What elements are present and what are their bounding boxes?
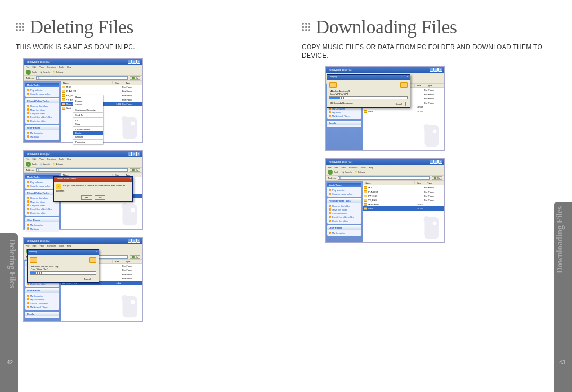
menubar[interactable]: File Edit View Favorites Tools Help: [24, 65, 142, 69]
folder-icon: [30, 257, 37, 263]
screenshot-delete-context: Removable Disk (G:) _□× File Edit View F…: [23, 58, 143, 143]
warning-icon: !: [56, 184, 61, 189]
folder-icon: [89, 257, 96, 263]
dialog-title: Deleting...×: [28, 250, 99, 255]
dialog-title: Copying...×: [327, 75, 410, 80]
window-buttons[interactable]: _□×: [128, 60, 140, 64]
side-tab-label-left: Deleting Files: [7, 239, 17, 288]
heading-text-left: Deleting Files: [30, 16, 133, 38]
dialog-title: Confirm Folder Delete×: [54, 177, 132, 182]
screenshots-right: Removable Disk (G:)_□× FileEditViewFavor…: [325, 66, 556, 243]
watermark-icon: [117, 114, 141, 141]
side-tab-label-right: Downloading Files: [555, 206, 565, 274]
file-tasks: File and Folder Tasks Rename this folder…: [25, 98, 59, 124]
subheading-left: THIS WORK IS SAME AS DONE IN PC.: [16, 43, 270, 52]
no-button[interactable]: No: [95, 195, 105, 200]
cancel-button[interactable]: Cancel: [81, 277, 94, 281]
screenshot-deleting-progress: Removable Disk (G:)_□× FileEditViewFavor…: [23, 237, 143, 322]
screenshot-download-result: Removable Disk (G:)_□× FileEditViewFavor…: [325, 158, 445, 243]
page-number-left: 42: [7, 360, 13, 366]
heading-right: Downloading Files: [302, 16, 556, 38]
file-row[interactable]: MISCFile Folder: [61, 85, 142, 89]
screenshots-left: Removable Disk (G:) _□× File Edit View F…: [23, 58, 270, 322]
subheading-right: COPY MUSIC FILES OR DATA FROM PC FOLDER …: [302, 43, 556, 60]
page-number-right: 43: [559, 360, 565, 366]
music-tasks: Music Tasks Play selection Shop for musi…: [25, 83, 59, 97]
right-page: Downloading Files COPY MUSIC FILES OR DA…: [286, 0, 572, 392]
address-bar: Address G:\ Go: [24, 76, 142, 81]
go-button[interactable]: Go: [130, 76, 140, 80]
window-titlebar: Removable Disk (G:) _□×: [24, 59, 142, 65]
dots-icon: [302, 23, 310, 31]
yes-button[interactable]: Yes: [81, 195, 92, 200]
list-header[interactable]: Name Size Type: [61, 81, 142, 85]
context-menu[interactable]: Open Explore Search... Sharing and Secur…: [73, 95, 103, 144]
task-pane: Music Tasks Play selection Shop for musi…: [24, 81, 61, 142]
folder-icon: [329, 82, 337, 88]
other-places: Other Places My Computer My Music: [25, 125, 59, 140]
dialog-message: Are you sure you want to remove the fold…: [56, 184, 125, 192]
address-input[interactable]: G:\: [36, 76, 128, 80]
file-list: Name Size Type MISCFile Folder PLAYLISTF…: [61, 81, 142, 142]
screenshot-copying: Removable Disk (G:)_□× FileEditViewFavor…: [325, 66, 445, 151]
close-icon[interactable]: ×: [130, 177, 131, 181]
progress-bar: [329, 96, 408, 99]
progress-bar: [30, 271, 96, 275]
close-icon[interactable]: ×: [407, 75, 408, 79]
copying-dialog: Copying...× Absolute Music.mp3 from 'MP3…: [327, 74, 410, 108]
cancel-button[interactable]: Cancel: [392, 102, 406, 106]
file-row[interactable]: PLAYLISTFile Folder: [61, 89, 142, 94]
left-page: Deleting Files THIS WORK IS SAME AS DONE…: [0, 0, 286, 392]
close-icon[interactable]: ×: [96, 250, 97, 254]
confirm-dialog: Confirm Folder Delete× !Are you sure you…: [53, 176, 133, 202]
deleting-dialog: Deleting...× File Form 'Pictures of Yo..…: [27, 249, 99, 283]
dots-icon: [16, 23, 24, 31]
screenshot-delete-confirm: Removable Disk (G:)_□× FileEditViewFavor…: [23, 150, 143, 230]
toolbar[interactable]: ←Back 🔍 Search 📁 Folders: [24, 69, 142, 76]
heading-text-right: Downloading Files: [316, 16, 457, 38]
heading-left: Deleting Files: [16, 16, 270, 38]
back-button[interactable]: ←Back: [26, 70, 37, 75]
folder-icon: [400, 82, 408, 88]
window-title: Removable Disk (G:): [26, 60, 50, 63]
